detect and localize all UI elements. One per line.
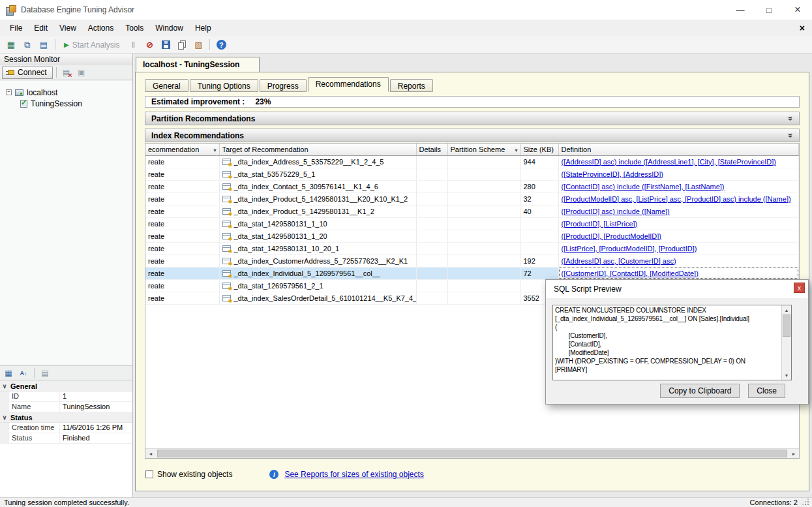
property-pages-icon[interactable]: ▤ <box>39 367 51 379</box>
menu-view[interactable]: View <box>53 21 82 35</box>
menu-file[interactable]: File <box>4 21 28 35</box>
dialog-title: SQL Script Preview <box>554 284 622 294</box>
connect-button[interactable]: Connect <box>2 67 53 79</box>
property-row-name[interactable]: Name TuningSession <box>0 402 132 412</box>
partition-scheme-cell <box>447 205 520 217</box>
column-partition-scheme[interactable]: ▾Partition Scheme <box>447 144 520 155</box>
show-existing-objects-checkbox[interactable] <box>145 470 153 478</box>
filter-dropdown-icon[interactable]: ▾ <box>515 147 517 153</box>
property-row-id[interactable]: ID 1 <box>0 392 132 402</box>
minimize-button[interactable]: — <box>726 0 755 20</box>
definition-link[interactable]: ([ProductModelID] asc, [ListPrice] asc, … <box>562 195 791 203</box>
collapse-chevrons-icon[interactable]: » <box>786 116 796 121</box>
document-tab[interactable]: localhost - TuningSession <box>136 57 260 72</box>
close-dialog-button[interactable]: Close <box>748 384 785 398</box>
table-row[interactable]: reate _dta_stat_53575229_5_1 ([StateProv… <box>145 168 799 180</box>
column-definition[interactable]: Definition <box>558 144 799 155</box>
tab-progress[interactable]: Progress <box>260 79 307 92</box>
table-row[interactable]: reate _dta_index_Product_5_1429580131__K… <box>145 205 799 217</box>
dialog-titlebar[interactable]: SQL Script Preview <box>546 280 808 298</box>
connect-label: Connect <box>18 68 47 77</box>
tab-general[interactable]: General <box>145 79 188 92</box>
definition-link[interactable]: ([StateProvinceID], [AddressID]) <box>562 170 664 178</box>
menu-window[interactable]: Window <box>149 21 189 35</box>
maximize-button[interactable]: □ <box>755 0 783 20</box>
new-session-icon[interactable]: ▦ <box>4 38 18 52</box>
definition-link[interactable]: ([ContactID] asc) include ([FirstName], … <box>562 183 725 191</box>
definition-link[interactable]: ([CustomerID], [ContactID], [ModifiedDat… <box>562 269 699 277</box>
menu-help[interactable]: Help <box>189 21 217 35</box>
dialog-close-icon[interactable]: x <box>794 283 805 293</box>
property-value: 11/6/2016 1:26 PM <box>60 423 132 433</box>
filter-dropdown-icon[interactable]: ▾ <box>213 147 216 153</box>
scroll-down-icon[interactable]: ▼ <box>782 371 791 380</box>
scroll-right-icon[interactable]: ► <box>789 449 799 458</box>
definition-link[interactable]: ([AddressID] asc) include ([AddressLine1… <box>562 158 777 166</box>
tab-recommendations[interactable]: Recommendations <box>308 77 389 92</box>
property-category-status[interactable]: ∨ Status <box>0 412 132 423</box>
column-recommendation[interactable]: ▾ecommendation <box>145 144 219 155</box>
sql-script-text[interactable]: CREATE NONCLUSTERED COLUMNSTORE INDEX [_… <box>552 305 792 380</box>
table-row[interactable]: reate _dta_index_Product_5_1429580131__K… <box>145 192 799 205</box>
preview-script-icon[interactable] <box>175 38 189 52</box>
import-workload-icon[interactable]: ▤ <box>37 38 51 52</box>
tree-item-server[interactable]: − localhost <box>0 87 132 98</box>
disconnect-icon[interactable] <box>60 67 73 79</box>
apply-recommendations-icon[interactable] <box>158 38 173 52</box>
collapse-expander-icon[interactable]: − <box>6 89 12 95</box>
scrollbar-thumb[interactable] <box>783 315 790 337</box>
column-details[interactable]: Details <box>416 144 447 155</box>
column-target[interactable]: Target of Recommendation <box>219 144 416 155</box>
property-label: Name <box>9 402 60 412</box>
tab-tuning-options[interactable]: Tuning Options <box>190 79 258 92</box>
scroll-up-icon[interactable]: ▲ <box>782 305 791 315</box>
table-row[interactable]: reate _dta_stat_1429580131_1_20 ([Produc… <box>145 230 799 242</box>
resize-grip[interactable] <box>803 499 809 506</box>
scroll-left-icon[interactable]: ◄ <box>145 449 156 458</box>
table-row[interactable]: reate _dta_stat_1429580131_1_10 ([Produc… <box>145 217 799 230</box>
stop-monitor-icon[interactable] <box>75 67 88 79</box>
definition-link[interactable]: ([AddressID] asc, [CustomerID] asc) <box>562 257 676 265</box>
toolbar-separator <box>56 67 57 78</box>
property-row-creation-time[interactable]: Creation time 11/6/2016 1:26 PM <box>0 423 132 433</box>
target-cell: _dta_index_SalesOrderDetail_5_610101214_… <box>219 292 416 304</box>
statistics-icon <box>222 221 231 227</box>
open-session-icon[interactable]: ⧉ <box>20 38 35 52</box>
pause-analysis-icon[interactable]: ‖ <box>126 38 140 52</box>
stop-analysis-icon[interactable]: ⊘ <box>142 38 157 52</box>
tab-reports[interactable]: Reports <box>390 79 433 92</box>
categorized-view-icon[interactable]: ▦ <box>3 367 14 379</box>
definition-link[interactable]: ([ProductID], [ProductModelID]) <box>562 232 661 240</box>
definition-cell: ([ProductID], [ListPrice]) <box>558 217 799 230</box>
menu-edit[interactable]: Edit <box>28 21 53 35</box>
partition-recommendations-header[interactable]: Partition Recommendations » <box>145 112 800 125</box>
alphabetical-sort-icon[interactable]: A↓ <box>18 367 29 379</box>
column-size[interactable]: Size (KB) <box>520 144 558 155</box>
table-row[interactable]: reate _dta_index_CustomerAddress_5_72557… <box>145 254 799 267</box>
definition-link[interactable]: ([ProductID], [ListPrice]) <box>562 220 638 228</box>
collapse-chevrons-icon[interactable]: » <box>786 133 796 138</box>
definition-link[interactable]: ([ListPrice], [ProductModelID], [Product… <box>562 245 697 253</box>
help-icon[interactable]: ? <box>214 38 228 52</box>
start-analysis-button[interactable]: ▶ Start Analysis <box>59 40 124 50</box>
copy-to-clipboard-button[interactable]: Copy to Clipboard <box>660 384 740 398</box>
scrollbar-thumb[interactable] <box>157 450 787 457</box>
definition-link[interactable]: ([ProductID] asc) include ([Name]) <box>562 207 670 215</box>
close-button[interactable]: × <box>783 0 812 20</box>
menu-actions[interactable]: Actions <box>82 21 119 35</box>
show-existing-objects-label: Show existing objects <box>157 470 232 479</box>
table-row[interactable]: reate _dta_stat_1429580131_10_20_1 ([Lis… <box>145 242 799 254</box>
vertical-scrollbar[interactable]: ▲ ▼ <box>781 305 791 380</box>
table-row-selected[interactable]: reate _dta_index_Individual_5_1269579561… <box>145 267 799 279</box>
tree-item-session[interactable]: TuningSession <box>0 98 132 109</box>
horizontal-scrollbar[interactable]: ◄ ► <box>145 448 799 458</box>
table-row[interactable]: reate _dta_index_Address_5_53575229__K1_… <box>145 155 799 168</box>
evaluate-recommendations-icon[interactable]: ▧ <box>191 38 205 52</box>
see-reports-link[interactable]: See Reports for sizes of existing object… <box>284 470 423 479</box>
table-row[interactable]: reate _dta_index_Contact_5_309576141__K1… <box>145 180 799 192</box>
property-category-general[interactable]: ∨ General <box>0 381 132 392</box>
index-recommendations-header[interactable]: Index Recommendations » <box>145 129 800 142</box>
menu-tools[interactable]: Tools <box>119 21 149 35</box>
property-row-status[interactable]: Status Finished <box>0 433 132 444</box>
document-close-icon[interactable]: × <box>800 23 805 33</box>
